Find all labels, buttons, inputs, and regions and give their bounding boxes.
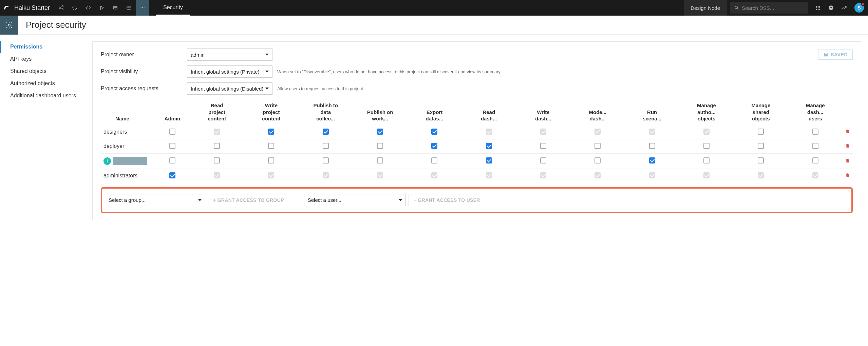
permission-checkbox[interactable] [540, 157, 546, 164]
permission-checkbox[interactable] [268, 143, 274, 149]
owner-value: admin [191, 52, 205, 58]
permission-checkbox[interactable] [812, 172, 818, 178]
delete-row-icon[interactable] [845, 143, 850, 149]
permission-checkbox[interactable] [169, 129, 175, 135]
grid-icon[interactable] [122, 0, 135, 16]
stack-icon[interactable] [109, 0, 122, 16]
permission-checkbox[interactable] [431, 129, 437, 135]
permission-checkbox[interactable] [758, 157, 764, 164]
permission-checkbox[interactable] [323, 129, 329, 135]
permission-checkbox[interactable] [214, 143, 220, 149]
permission-checkbox[interactable] [595, 157, 601, 164]
tab-security[interactable]: Security [156, 0, 190, 16]
delete-row-icon[interactable] [845, 173, 850, 179]
sidebar-item[interactable]: API keys [0, 53, 92, 65]
trend-icon[interactable] [837, 0, 850, 16]
svg-point-27 [8, 24, 10, 26]
permission-checkbox[interactable] [377, 172, 383, 178]
sidebar: PermissionsAPI keysShared objectsAuthori… [0, 35, 92, 227]
permission-checkbox[interactable] [703, 157, 710, 164]
permission-checkbox[interactable] [169, 157, 175, 164]
permission-checkbox[interactable] [540, 172, 546, 178]
svg-point-18 [819, 6, 820, 7]
permission-checkbox[interactable] [268, 172, 274, 178]
sidebar-item[interactable]: Authorized objects [0, 77, 92, 90]
user-select[interactable]: Select a user... [304, 194, 406, 206]
permission-checkbox[interactable] [486, 172, 492, 178]
access-select[interactable]: Inherit global settings (Disabled) [187, 82, 272, 95]
sidebar-item[interactable]: Shared objects [0, 65, 92, 77]
permission-checkbox[interactable] [703, 143, 710, 149]
notification-dot [861, 2, 865, 6]
column-header: Read project content [190, 99, 244, 125]
code-icon[interactable] [82, 0, 95, 16]
permission-checkbox[interactable] [377, 129, 383, 135]
project-name[interactable]: Haiku Starter [13, 4, 55, 12]
permission-checkbox[interactable] [758, 172, 764, 178]
help-icon[interactable]: ? [825, 0, 837, 16]
permission-checkbox[interactable] [812, 129, 818, 135]
permission-checkbox[interactable] [169, 172, 175, 178]
permission-checkbox[interactable] [812, 157, 818, 164]
permission-checkbox[interactable] [649, 129, 655, 135]
permission-checkbox[interactable] [758, 129, 764, 135]
app-logo[interactable] [0, 0, 13, 16]
permission-checkbox[interactable] [431, 143, 437, 149]
share-icon[interactable] [55, 0, 68, 16]
cycle-icon[interactable] [68, 0, 81, 16]
permission-checkbox[interactable] [214, 129, 220, 135]
permissions-table: NameAdminRead project contentWrite proje… [101, 99, 853, 183]
permission-checkbox[interactable] [595, 172, 601, 178]
sidebar-item[interactable]: Additional dashboard users [0, 90, 92, 102]
visibility-select[interactable]: Inherit global settings (Private) [187, 65, 272, 78]
search-input[interactable] [742, 5, 804, 11]
permission-checkbox[interactable] [214, 172, 220, 178]
apps-icon[interactable] [812, 0, 825, 16]
permission-checkbox[interactable] [649, 157, 655, 164]
permission-checkbox[interactable] [377, 157, 383, 164]
permission-checkbox[interactable] [486, 143, 492, 149]
grant-group-button[interactable]: + GRANT ACCESS TO GROUP [208, 194, 289, 206]
permission-checkbox[interactable] [486, 157, 492, 164]
delete-row-icon[interactable] [845, 129, 850, 135]
permission-checkbox[interactable] [169, 143, 175, 149]
grant-user-button[interactable]: + GRANT ACCESS TO USER [409, 194, 485, 206]
user-badge: I [103, 157, 111, 165]
permission-checkbox[interactable] [323, 143, 329, 149]
permission-checkbox[interactable] [649, 143, 655, 149]
column-header: Read dash... [462, 99, 516, 125]
topbar: Haiku Starter Security Design Node ? S [0, 0, 868, 16]
play-icon[interactable] [95, 0, 108, 16]
permission-checkbox[interactable] [649, 172, 655, 178]
sidebar-item[interactable]: Permissions [0, 41, 92, 53]
permission-checkbox[interactable] [323, 172, 329, 178]
permission-checkbox[interactable] [214, 157, 220, 164]
search-box[interactable] [730, 2, 808, 14]
permission-checkbox[interactable] [595, 143, 601, 149]
permission-checkbox[interactable] [595, 129, 601, 135]
design-node[interactable]: Design Node [684, 0, 727, 16]
permission-checkbox[interactable] [812, 143, 818, 149]
more-icon[interactable] [136, 0, 149, 16]
permission-checkbox[interactable] [703, 172, 710, 178]
permission-checkbox[interactable] [431, 172, 437, 178]
user-avatar[interactable]: S [854, 3, 864, 13]
permission-checkbox[interactable] [540, 143, 546, 149]
column-header: Manage dash... users [788, 99, 843, 125]
permission-checkbox[interactable] [703, 129, 710, 135]
permission-checkbox[interactable] [323, 157, 329, 164]
column-header: Publish on work... [353, 99, 407, 125]
owner-select[interactable]: admin [187, 49, 272, 61]
delete-row-icon[interactable] [845, 158, 850, 164]
permission-checkbox[interactable] [377, 143, 383, 149]
permission-checkbox[interactable] [486, 129, 492, 135]
permission-checkbox[interactable] [540, 129, 546, 135]
permission-checkbox[interactable] [431, 157, 437, 164]
caret-icon [265, 54, 269, 56]
permission-checkbox[interactable] [268, 157, 274, 164]
permission-checkbox[interactable] [268, 129, 274, 135]
visibility-value: Inherit global settings (Private) [191, 69, 260, 75]
group-select[interactable]: Select a group... [105, 194, 205, 206]
settings-gear-icon[interactable] [0, 16, 18, 35]
permission-checkbox[interactable] [758, 143, 764, 149]
